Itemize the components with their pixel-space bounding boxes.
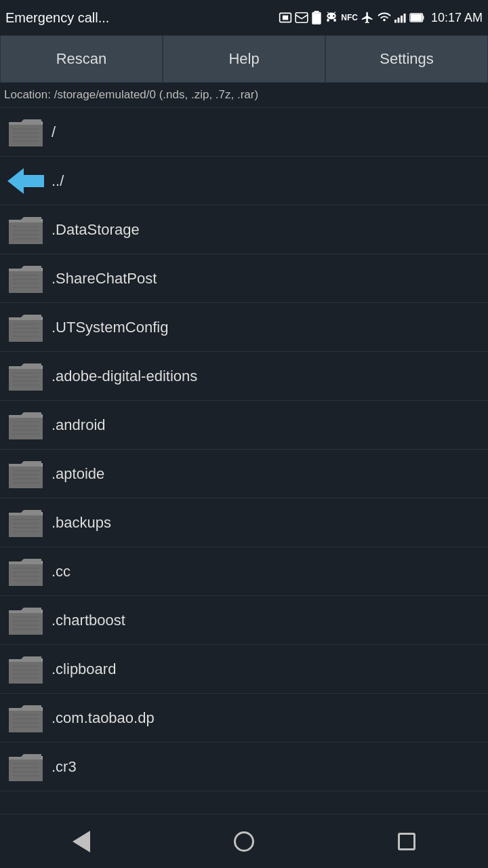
list-item[interactable]: .UTSystemConfig: [0, 303, 488, 352]
file-name-label: .UTSystemConfig: [52, 319, 483, 336]
folder-svg: [7, 214, 44, 245]
nfc-icon: NFC: [341, 13, 358, 22]
screenshot-icon: [279, 11, 292, 24]
folder-icon: [5, 555, 46, 589]
svg-line-8: [327, 12, 329, 14]
folder-icon: [5, 311, 46, 344]
home-circle-icon: [234, 831, 254, 852]
settings-button[interactable]: Settings: [325, 35, 488, 83]
folder-svg: [7, 751, 44, 783]
app-title: Emergency call...: [5, 10, 109, 26]
battery-full-icon: [409, 12, 426, 23]
recents-square-icon: [398, 833, 415, 850]
rescan-button[interactable]: Rescan: [0, 35, 163, 83]
folder-icon: [5, 408, 46, 442]
status-time: 10:17 AM: [431, 11, 483, 25]
svg-rect-15: [403, 14, 405, 23]
svg-point-7: [333, 15, 335, 17]
folder-icon: [5, 604, 46, 637]
file-name-label: .chartboost: [52, 612, 483, 629]
mail-icon: [295, 12, 308, 23]
list-item[interactable]: .com.taobao.dp: [0, 694, 488, 743]
signal-icon: [394, 12, 407, 24]
folder-icon: [5, 359, 46, 393]
svg-rect-12: [394, 20, 396, 23]
folder-svg: [7, 556, 44, 587]
folder-icon: [5, 506, 46, 540]
svg-rect-17: [411, 15, 422, 21]
nav-recents-button[interactable]: [380, 821, 434, 862]
folder-svg: [7, 703, 44, 734]
folder-icon: [5, 750, 46, 784]
folder-svg: [7, 410, 44, 441]
file-name-label: .cc: [52, 563, 483, 580]
wifi-icon: [377, 12, 392, 24]
list-item[interactable]: .cc: [0, 547, 488, 596]
folder-icon: [5, 652, 46, 686]
file-name-label: .com.taobao.dp: [52, 709, 483, 727]
folder-svg: [7, 605, 44, 636]
location-text: Location: /storage/emulated/0 (.nds, .zi…: [4, 88, 258, 101]
svg-rect-2: [296, 13, 308, 22]
svg-rect-13: [397, 18, 399, 23]
file-name-label: /: [52, 123, 483, 141]
folder-svg: [7, 312, 44, 343]
file-name-label: ../: [52, 172, 483, 190]
svg-point-5: [327, 13, 336, 20]
file-name-label: .android: [52, 416, 483, 434]
list-item[interactable]: .chartboost: [0, 596, 488, 645]
nav-back-button[interactable]: [54, 821, 108, 862]
battery-icon: [311, 11, 322, 24]
svg-point-6: [329, 15, 331, 17]
svg-rect-1: [283, 16, 288, 20]
file-name-label: .backups: [52, 514, 483, 532]
svg-rect-14: [401, 16, 403, 23]
folder-svg: [7, 361, 44, 392]
android-icon: [325, 11, 338, 24]
folder-svg: [7, 507, 44, 538]
folder-svg: [7, 117, 44, 148]
file-list[interactable]: / ../ .DataStorage: [0, 108, 488, 814]
file-name-label: .aptoide: [52, 465, 483, 483]
nav-bar: [0, 814, 488, 868]
back-arrow-svg: [7, 165, 44, 197]
location-bar: Location: /storage/emulated/0 (.nds, .zi…: [0, 83, 488, 108]
back-triangle-icon: [73, 831, 90, 852]
back-arrow-icon: [5, 164, 46, 198]
help-button[interactable]: Help: [163, 35, 325, 83]
folder-icon: [5, 262, 46, 296]
folder-icon: [5, 701, 46, 735]
airplane-icon: [361, 11, 374, 24]
svg-rect-11: [334, 19, 336, 22]
list-item[interactable]: .ShareChatPost: [0, 254, 488, 303]
list-item[interactable]: /: [0, 108, 488, 157]
status-bar-left: Emergency call...: [5, 10, 109, 26]
svg-marker-22: [7, 168, 44, 194]
svg-line-9: [334, 12, 336, 14]
list-item[interactable]: .DataStorage: [0, 205, 488, 254]
file-name-label: .cr3: [52, 758, 483, 776]
folder-svg: [7, 654, 44, 685]
list-item[interactable]: .adobe-digital-editions: [0, 352, 488, 401]
folder-icon: [5, 457, 46, 491]
toolbar: Rescan Help Settings: [0, 35, 488, 83]
folder-svg: [7, 263, 44, 294]
file-name-label: .clipboard: [52, 660, 483, 678]
list-item[interactable]: .clipboard: [0, 645, 488, 694]
list-item[interactable]: .android: [0, 401, 488, 450]
folder-svg: [7, 458, 44, 490]
folder-icon: [5, 213, 46, 247]
list-item[interactable]: ../: [0, 157, 488, 205]
status-icons: NFC 10:17 AM: [279, 11, 483, 25]
list-item[interactable]: .cr3: [0, 743, 488, 791]
file-name-label: .DataStorage: [52, 221, 483, 239]
svg-rect-10: [327, 19, 329, 22]
svg-rect-4: [314, 14, 319, 22]
file-name-label: .ShareChatPost: [52, 270, 483, 288]
list-item[interactable]: .aptoide: [0, 450, 488, 498]
nav-home-button[interactable]: [217, 821, 271, 862]
status-bar: Emergency call... NFC 10:17 AM: [0, 0, 488, 35]
folder-icon: [5, 115, 46, 149]
file-name-label: .adobe-digital-editions: [52, 368, 483, 385]
list-item[interactable]: .backups: [0, 498, 488, 547]
